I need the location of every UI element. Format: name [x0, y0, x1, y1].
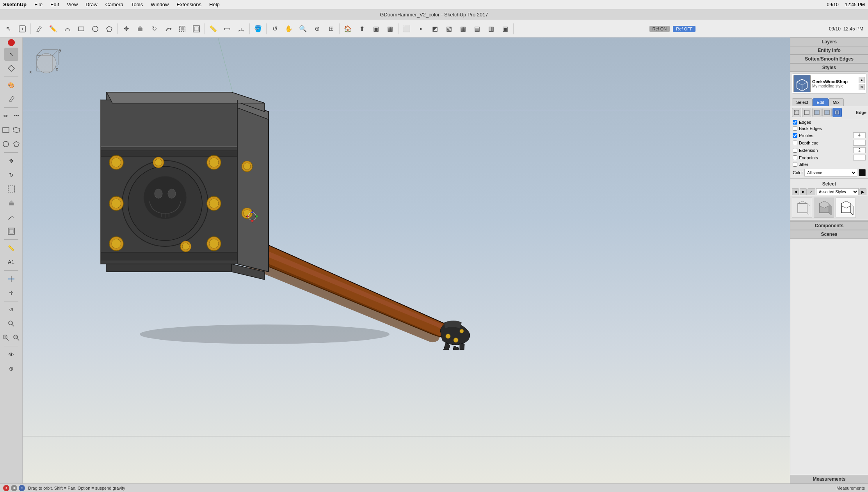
edge-icon-monochrome[interactable]: [832, 108, 842, 117]
toolbar-circle[interactable]: [89, 22, 102, 36]
toolbar-zoom[interactable]: 🔍: [296, 22, 309, 36]
menu-view[interactable]: View: [64, 1, 81, 8]
toolbar-select-tool[interactable]: ↖: [2, 22, 15, 36]
toolbar-style-5[interactable]: ▦: [456, 22, 470, 36]
toolbar-protractor[interactable]: [235, 22, 248, 36]
left-tool-make-component[interactable]: [4, 62, 18, 75]
toolbar-rotate[interactable]: ↻: [148, 22, 161, 36]
left-tool-rotated-rect[interactable]: [11, 123, 21, 137]
styles-header[interactable]: Styles: [790, 63, 868, 72]
toolbar-style-1[interactable]: ⬜: [400, 22, 413, 36]
toolbar-pan[interactable]: ✋: [282, 22, 295, 36]
style-thumb-2[interactable]: [814, 198, 834, 218]
left-tool-polygon[interactable]: [11, 137, 21, 151]
checkbox-extension[interactable]: [793, 148, 797, 153]
toolbar-style-3[interactable]: ◩: [428, 22, 441, 36]
components-header[interactable]: Components: [790, 221, 868, 230]
toolbar-style-6[interactable]: ▤: [470, 22, 484, 36]
style-update-btn[interactable]: ▲: [859, 77, 865, 83]
left-tool-walk[interactable]: 👁: [4, 348, 18, 361]
left-tool-pencil[interactable]: ✏: [1, 109, 11, 123]
checkbox-jitter[interactable]: [793, 162, 797, 167]
left-tool-freehand[interactable]: 〜: [11, 109, 21, 123]
assorted-prev-btn[interactable]: ◀: [792, 188, 799, 195]
menu-extensions[interactable]: Extensions: [173, 1, 205, 8]
style-thumb-3[interactable]: [836, 198, 856, 218]
assorted-home-btn[interactable]: ⌂: [808, 188, 815, 195]
menu-draw[interactable]: Draw: [82, 1, 100, 8]
left-tool-zoom-out[interactable]: [11, 331, 21, 344]
assorted-styles-dropdown[interactable]: Assorted Styles Default Styles Sketchy E…: [816, 188, 859, 195]
profiles-value[interactable]: [853, 132, 866, 138]
toolbar-scale[interactable]: [176, 22, 189, 36]
depth-cue-value[interactable]: [853, 140, 866, 146]
left-tool-eraser[interactable]: [4, 93, 18, 106]
left-tool-dimension-text[interactable]: A1: [4, 255, 18, 269]
extension-value[interactable]: [853, 147, 866, 153]
menu-help[interactable]: Help: [206, 1, 223, 8]
styles-tab-select[interactable]: Select: [792, 98, 813, 106]
checkbox-depth-cue[interactable]: [793, 141, 797, 145]
soften-smooth-header[interactable]: Soften/Smooth Edges: [790, 55, 868, 63]
menu-window[interactable]: Window: [148, 1, 172, 8]
menu-file[interactable]: File: [31, 1, 46, 8]
left-tool-select[interactable]: ↖: [4, 48, 18, 61]
left-tool-zoom-tool[interactable]: [4, 317, 18, 330]
toolbar-style-7[interactable]: ▥: [484, 22, 498, 36]
left-tool-rotate[interactable]: ↻: [4, 168, 18, 182]
toolbar-zoom-extents[interactable]: ⊞: [324, 22, 338, 36]
toolbar-dimension[interactable]: [221, 22, 234, 36]
edge-icon-hidden-line[interactable]: [802, 108, 811, 117]
edge-icon-shaded[interactable]: [812, 108, 822, 117]
toolbar-style-4[interactable]: ▧: [442, 22, 455, 36]
toolbar-orbit[interactable]: ↺: [268, 22, 281, 36]
checkbox-endpoints[interactable]: [793, 155, 797, 160]
left-tool-offset[interactable]: [4, 225, 18, 238]
menu-camera[interactable]: Camera: [102, 1, 126, 8]
viewport[interactable]: z y x: [23, 37, 790, 483]
toolbar-pencil[interactable]: ✏️: [46, 22, 60, 36]
toolbar-style-8[interactable]: ▣: [498, 22, 512, 36]
left-tool-move[interactable]: ✥: [4, 154, 18, 168]
style-thumb-1[interactable]: [792, 198, 812, 218]
checkbox-profiles[interactable]: [793, 133, 797, 138]
toolbar-zoom-window[interactable]: ⊕: [310, 22, 324, 36]
styles-tab-edit[interactable]: Edit: [813, 98, 829, 106]
checkbox-edges[interactable]: [793, 120, 797, 125]
ref-off-indicator[interactable]: Ref OFF: [673, 26, 695, 32]
left-tool-zoom-orbit[interactable]: ↺: [4, 303, 18, 316]
toolbar-tape-measure[interactable]: 📏: [206, 22, 220, 36]
styles-tab-mix[interactable]: Mix: [829, 98, 844, 106]
style-refresh-btn[interactable]: ↻: [859, 84, 865, 90]
left-tool-push-pull[interactable]: [4, 196, 18, 210]
left-tool-circle[interactable]: [1, 137, 11, 151]
left-tool-rect[interactable]: [1, 123, 11, 137]
toolbar-top-view[interactable]: ⬆: [355, 22, 368, 36]
color-dropdown[interactable]: All same By Material By Axis: [804, 169, 857, 176]
layers-header[interactable]: Layers: [790, 37, 868, 46]
toolbar-style-2[interactable]: ▪: [414, 22, 427, 36]
toolbar-push-pull[interactable]: [133, 22, 147, 36]
menu-tools[interactable]: Tools: [128, 1, 146, 8]
color-swatch[interactable]: [859, 169, 866, 176]
left-tool-paint[interactable]: 🎨: [4, 78, 18, 92]
edge-icon-wireframe[interactable]: [792, 108, 801, 117]
toolbar-arc[interactable]: [60, 22, 74, 36]
toolbar-polygon[interactable]: [103, 22, 116, 36]
left-tool-look-around[interactable]: ⊕: [4, 362, 18, 375]
left-tool-tape[interactable]: 📏: [4, 241, 18, 255]
entity-info-header[interactable]: Entity Info: [790, 46, 868, 55]
left-tool-follow-me[interactable]: [4, 210, 18, 224]
toolbar-offset[interactable]: [190, 22, 203, 36]
toolbar-right-view[interactable]: ▦: [383, 22, 397, 36]
toolbar-eraser[interactable]: [32, 22, 46, 36]
endpoints-value[interactable]: [853, 155, 866, 160]
app-name[interactable]: SketchUp: [3, 2, 27, 7]
toolbar-move[interactable]: ✥: [119, 22, 133, 36]
toolbar-paint-bucket[interactable]: 🪣: [251, 22, 265, 36]
toolbar-rectangle[interactable]: [75, 22, 88, 36]
toolbar-follow-me[interactable]: [162, 22, 175, 36]
ref-on-indicator[interactable]: Ref ON: [649, 26, 670, 32]
left-tool-axes[interactable]: ✛: [4, 286, 18, 299]
assorted-next-btn[interactable]: ▶: [800, 188, 807, 195]
